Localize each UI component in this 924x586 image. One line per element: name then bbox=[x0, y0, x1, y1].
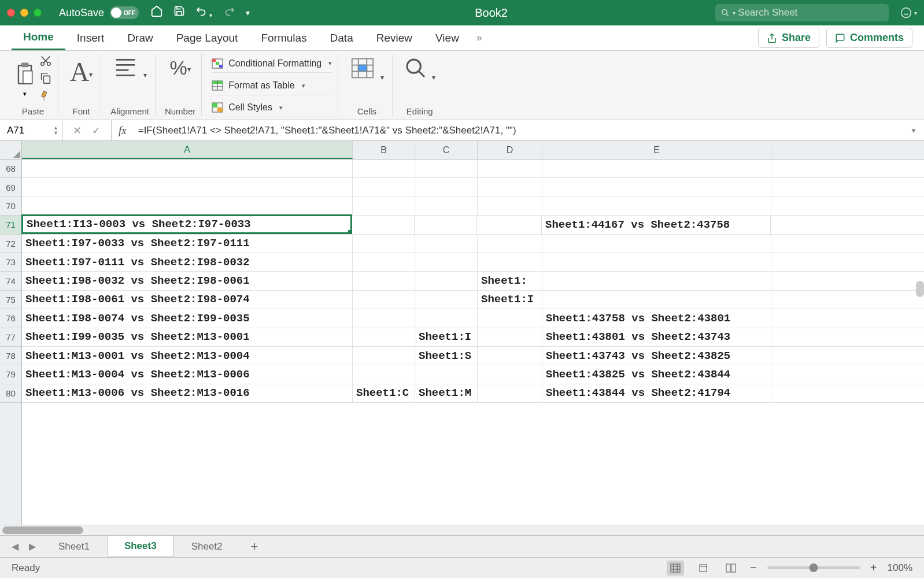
page-break-view-icon[interactable] bbox=[722, 561, 740, 576]
row-header[interactable]: 71 bbox=[0, 216, 23, 234]
save-icon[interactable] bbox=[173, 5, 185, 20]
enter-formula-icon[interactable]: ✓ bbox=[92, 124, 101, 137]
sheet-tab-sheet1[interactable]: Sheet1 bbox=[42, 536, 106, 558]
redo-icon[interactable] bbox=[223, 5, 235, 21]
editing-dropdown[interactable]: ▾ bbox=[402, 54, 438, 86]
home-icon[interactable] bbox=[150, 5, 163, 21]
cell[interactable] bbox=[415, 291, 478, 309]
cells-area[interactable]: Sheet1:I13-0003 vs Sheet2:I97-0033Sheet1… bbox=[22, 160, 924, 525]
row-header[interactable]: 69 bbox=[0, 178, 21, 196]
cell[interactable] bbox=[478, 328, 542, 346]
cell[interactable]: Sheet1:43801 vs Sheet2:43743 bbox=[542, 328, 771, 346]
cell[interactable] bbox=[542, 160, 771, 177]
cell[interactable]: Sheet1:I99-0035 vs Sheet2:M13-0001 bbox=[22, 328, 353, 346]
row-header[interactable]: 70 bbox=[0, 197, 21, 216]
row-header[interactable]: 78 bbox=[0, 347, 21, 365]
cell[interactable] bbox=[353, 347, 415, 365]
conditional-formatting-button[interactable]: Conditional Formatting▾ bbox=[211, 54, 332, 73]
cell[interactable] bbox=[352, 216, 415, 233]
fx-icon[interactable]: fx bbox=[112, 124, 134, 137]
close-window-button[interactable] bbox=[7, 9, 15, 17]
cell[interactable]: Sheet1:I bbox=[478, 291, 542, 309]
row-header[interactable]: 77 bbox=[0, 328, 21, 347]
tab-home[interactable]: Home bbox=[12, 25, 65, 50]
zoom-in-icon[interactable]: + bbox=[870, 561, 877, 574]
undo-icon[interactable]: ▾ bbox=[195, 5, 212, 21]
zoom-slider[interactable] bbox=[767, 566, 860, 569]
copy-icon[interactable] bbox=[39, 72, 52, 87]
cell[interactable] bbox=[353, 291, 415, 309]
cell[interactable]: Sheet1:M13-0001 vs Sheet2:M13-0004 bbox=[22, 347, 353, 365]
cut-icon[interactable] bbox=[39, 54, 52, 69]
col-header-E[interactable]: E bbox=[542, 141, 771, 159]
cell[interactable] bbox=[415, 272, 478, 290]
row-header[interactable]: 68 bbox=[0, 160, 21, 178]
cell[interactable] bbox=[415, 197, 478, 215]
formula-input[interactable]: =IF(Sheet1!A71 <> Sheet2!A71, "Sheet1:"&… bbox=[134, 125, 903, 136]
tab-insert[interactable]: Insert bbox=[65, 25, 116, 50]
cell[interactable]: Sheet1: bbox=[478, 272, 542, 290]
cell[interactable] bbox=[478, 365, 542, 383]
cell[interactable]: Sheet1:I97-0033 vs Sheet2:I97-0111 bbox=[22, 235, 353, 253]
cell[interactable] bbox=[415, 365, 478, 383]
format-as-table-button[interactable]: Format as Table▾ bbox=[211, 76, 332, 95]
cell[interactable] bbox=[478, 253, 542, 271]
cell[interactable]: Sheet1:43844 vs Sheet2:41794 bbox=[542, 384, 771, 402]
cell[interactable] bbox=[353, 235, 415, 253]
font-dropdown[interactable]: A▾ bbox=[68, 54, 95, 90]
cell[interactable] bbox=[478, 160, 542, 177]
cancel-formula-icon[interactable]: ✕ bbox=[73, 124, 82, 137]
col-header-A[interactable]: A bbox=[22, 141, 353, 159]
cell[interactable]: Sheet1:43758 vs Sheet2:43801 bbox=[542, 309, 771, 327]
tab-review[interactable]: Review bbox=[365, 25, 424, 50]
horizontal-scrollbar-thumb[interactable] bbox=[2, 526, 83, 534]
tab-data[interactable]: Data bbox=[319, 25, 365, 50]
cell[interactable] bbox=[415, 235, 478, 253]
paste-button[interactable]: ▾ bbox=[14, 61, 36, 98]
cell[interactable]: Sheet1:S bbox=[415, 347, 478, 365]
row-header[interactable]: 76 bbox=[0, 309, 21, 328]
cell[interactable] bbox=[353, 197, 415, 215]
cell[interactable]: Sheet1:43743 vs Sheet2:43825 bbox=[542, 347, 771, 365]
number-dropdown[interactable]: %▾ bbox=[168, 54, 193, 81]
normal-view-icon[interactable] bbox=[667, 561, 684, 576]
comments-button[interactable]: Comments bbox=[826, 28, 912, 48]
cell[interactable] bbox=[353, 328, 415, 346]
tab-page-layout[interactable]: Page Layout bbox=[165, 25, 250, 50]
cell[interactable]: Sheet1:I98-0032 vs Sheet2:I98-0061 bbox=[22, 272, 353, 290]
cell[interactable]: Sheet1:43825 vs Sheet2:43844 bbox=[542, 365, 771, 383]
cell[interactable] bbox=[415, 216, 477, 233]
tab-draw[interactable]: Draw bbox=[116, 25, 164, 50]
cell[interactable] bbox=[353, 309, 415, 327]
cell[interactable] bbox=[542, 272, 771, 290]
share-button[interactable]: Share bbox=[758, 28, 819, 48]
cell[interactable] bbox=[542, 178, 771, 196]
search-input[interactable] bbox=[738, 7, 883, 18]
cell[interactable] bbox=[477, 216, 542, 233]
cell[interactable] bbox=[353, 365, 415, 383]
format-painter-icon[interactable] bbox=[39, 89, 52, 104]
qat-customize-icon[interactable]: ▾ bbox=[246, 8, 250, 17]
cell[interactable] bbox=[478, 347, 542, 365]
col-header-D[interactable]: D bbox=[478, 141, 542, 159]
sheet-nav-prev-icon[interactable]: ◀ bbox=[7, 541, 23, 552]
cell[interactable] bbox=[22, 178, 353, 196]
cells-dropdown[interactable]: ▾ bbox=[348, 54, 386, 86]
cell[interactable] bbox=[478, 384, 542, 402]
search-sheet-box[interactable]: ▾ bbox=[715, 4, 889, 21]
zoom-level[interactable]: 100% bbox=[888, 562, 912, 574]
sheet-tab-sheet2[interactable]: Sheet2 bbox=[175, 536, 239, 558]
cell[interactable] bbox=[478, 309, 542, 327]
cell-styles-button[interactable]: Cell Styles▾ bbox=[211, 99, 332, 117]
cell[interactable] bbox=[542, 253, 771, 271]
alignment-dropdown[interactable]: ▾ bbox=[110, 54, 149, 84]
row-header[interactable]: 72 bbox=[0, 235, 21, 253]
select-all-corner[interactable] bbox=[0, 141, 22, 159]
cell[interactable] bbox=[542, 291, 771, 309]
cell[interactable]: Sheet1:C bbox=[353, 384, 415, 402]
tab-formulas[interactable]: Formulas bbox=[249, 25, 318, 50]
vertical-scrollbar[interactable] bbox=[916, 281, 924, 297]
cell[interactable] bbox=[478, 197, 542, 215]
page-layout-view-icon[interactable] bbox=[694, 561, 712, 576]
col-header-B[interactable]: B bbox=[353, 141, 415, 159]
